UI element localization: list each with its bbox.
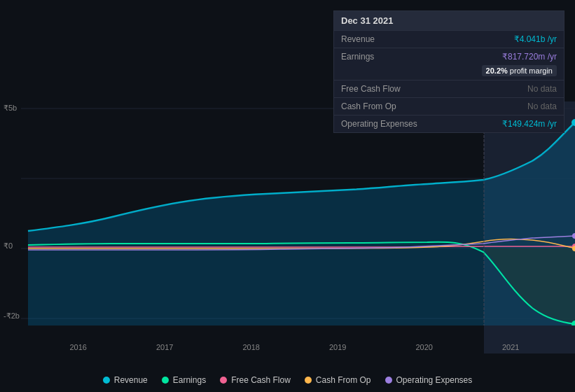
tooltip-value-opex: ₹149.424m /yr (502, 119, 557, 129)
tooltip-row-fcf: Free Cash Flow No data (334, 80, 564, 97)
legend-item-revenue[interactable]: Revenue (103, 375, 148, 385)
legend-dot-revenue (103, 377, 110, 384)
tooltip-row-profit-margin: 20.2% profit margin (334, 65, 564, 80)
chart-container: Dec 31 2021 Revenue ₹4.041b /yr Earnings… (0, 0, 575, 392)
legend-label-opex: Operating Expenses (396, 375, 473, 385)
legend-label-earnings: Earnings (173, 375, 206, 385)
x-label-2019: 2019 (329, 343, 346, 351)
profit-margin-badge: 20.2% profit margin (482, 65, 557, 76)
x-label-2021: 2021 (502, 343, 519, 351)
legend-dot-fcf (220, 377, 227, 384)
tooltip-value-earnings: ₹817.720m /yr (502, 52, 557, 62)
tooltip-date: Dec 31 2021 (334, 11, 564, 30)
legend-dot-earnings (162, 377, 169, 384)
legend-label-fcf: Free Cash Flow (231, 375, 291, 385)
tooltip-value-fcf: No data (527, 84, 557, 94)
legend: Revenue Earnings Free Cash Flow Cash Fro… (0, 375, 575, 385)
tooltip-row-earnings: Earnings ₹817.720m /yr (334, 48, 564, 65)
tooltip-label-opex: Operating Expenses (341, 119, 417, 129)
profit-margin-value: 20.2% (486, 66, 508, 75)
legend-dot-opex (385, 377, 392, 384)
legend-label-cashfromop: Cash From Op (316, 375, 371, 385)
tooltip-row-opex: Operating Expenses ₹149.424m /yr (334, 115, 564, 132)
tooltip-label-cashfromop: Cash From Op (341, 102, 396, 111)
x-label-2018: 2018 (243, 343, 260, 351)
legend-dot-cashfromop (305, 377, 312, 384)
legend-item-cashfromop[interactable]: Cash From Op (305, 375, 371, 385)
tooltip-value-revenue: ₹4.041b /yr (514, 34, 557, 44)
tooltip-row-cashfromop: Cash From Op No data (334, 97, 564, 115)
tooltip-value-cashfromop: No data (527, 102, 557, 111)
x-label-2017: 2017 (156, 343, 173, 351)
legend-item-fcf[interactable]: Free Cash Flow (220, 375, 291, 385)
legend-item-opex[interactable]: Operating Expenses (385, 375, 473, 385)
tooltip-label-revenue: Revenue (341, 34, 375, 44)
x-label-2016: 2016 (70, 343, 87, 351)
tooltip-row-revenue: Revenue ₹4.041b /yr (334, 30, 564, 48)
chart-svg (0, 102, 575, 326)
legend-item-earnings[interactable]: Earnings (162, 375, 206, 385)
x-label-2020: 2020 (416, 343, 433, 351)
tooltip-label-earnings: Earnings (341, 52, 374, 62)
tooltip-box: Dec 31 2021 Revenue ₹4.041b /yr Earnings… (333, 10, 564, 133)
legend-label-revenue: Revenue (114, 375, 148, 385)
tooltip-label-fcf: Free Cash Flow (341, 84, 401, 94)
